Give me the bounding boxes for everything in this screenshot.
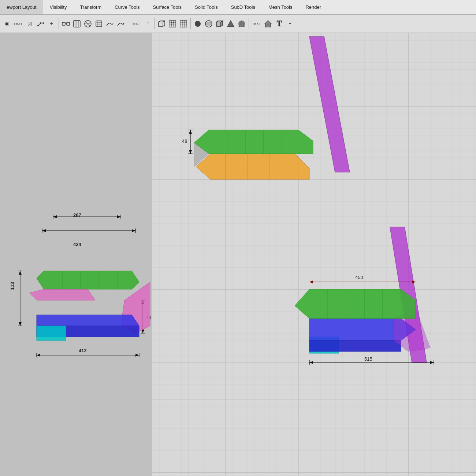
toolbar-text4[interactable]: TEXT: [251, 17, 262, 31]
toolbar-plus[interactable]: +: [47, 17, 57, 31]
dim-424: 424: [73, 242, 81, 247]
svg-marker-69: [37, 354, 40, 357]
toolbar-2[interactable]: [2]: [25, 17, 35, 31]
menubar: ewport Layout Visibility Transform Curve…: [0, 0, 476, 15]
svg-marker-119: [430, 361, 434, 364]
svg-point-28: [173, 22, 174, 23]
toolbar-sep-4: [190, 18, 191, 29]
svg-marker-89: [194, 130, 313, 154]
toolbar-small-plus[interactable]: ✦: [285, 17, 295, 31]
menu-transform[interactable]: Transform: [73, 0, 108, 14]
menu-viewport-layout[interactable]: ewport Layout: [0, 0, 43, 14]
svg-marker-85: [196, 154, 309, 179]
toolbar-crv3[interactable]: [116, 17, 126, 31]
left-shapes-svg: 73: [0, 33, 152, 476]
menu-curve-tools[interactable]: Curve Tools: [108, 0, 146, 14]
main-area: 287 424 113 412: [0, 33, 476, 476]
svg-rect-14: [96, 21, 102, 27]
toolbar-solid1[interactable]: [226, 17, 236, 31]
menu-render[interactable]: Render: [299, 0, 328, 14]
svg-text:48: 48: [182, 138, 187, 144]
toolbar-grid2[interactable]: [178, 17, 189, 31]
svg-rect-30: [180, 21, 187, 27]
dim-287: 287: [73, 212, 81, 218]
svg-rect-19: [159, 22, 163, 26]
right-panel: 48 450: [152, 33, 476, 476]
toolbar-curve1[interactable]: [36, 17, 46, 31]
svg-marker-98: [189, 130, 192, 134]
toolbar: ▣ TEXT [2] + TEXT ᵀ: [0, 15, 476, 33]
toolbar-join[interactable]: [61, 17, 71, 31]
svg-marker-41: [227, 21, 234, 27]
menu-visibility[interactable]: Visibility: [43, 0, 74, 14]
svg-marker-59: [19, 322, 22, 326]
shapes-overlay: 48 450: [152, 33, 476, 476]
svg-rect-3: [62, 22, 65, 25]
toolbar-viewport[interactable]: ▣: [1, 17, 12, 31]
svg-text:450: 450: [355, 275, 363, 280]
svg-point-35: [195, 21, 201, 27]
svg-marker-72: [37, 315, 139, 326]
svg-point-27: [171, 22, 172, 23]
svg-marker-104: [309, 341, 401, 352]
toolbar-hatch2[interactable]: [83, 17, 93, 31]
toolbar-bigT[interactable]: 𝐓: [274, 17, 284, 31]
svg-marker-70: [135, 354, 139, 357]
svg-point-29: [171, 24, 172, 25]
svg-point-1: [40, 22, 41, 24]
svg-marker-53: [42, 229, 46, 232]
svg-marker-106: [295, 289, 416, 319]
toolbar-crv2[interactable]: [105, 17, 115, 31]
toolbar-text[interactable]: TEXT: [12, 17, 24, 31]
svg-marker-54: [132, 229, 135, 232]
svg-marker-81: [29, 289, 95, 300]
toolbar-home[interactable]: [263, 17, 273, 31]
svg-marker-48: [53, 215, 57, 218]
toolbar-box1[interactable]: [156, 17, 167, 31]
svg-marker-112: [309, 280, 313, 283]
toolbar-hatch1[interactable]: [72, 17, 82, 31]
toolbar-sphere[interactable]: [193, 17, 203, 31]
menu-surface-tools[interactable]: Surface Tools: [146, 0, 189, 14]
toolbar-sep-2: [128, 18, 128, 29]
toolbar-text3[interactable]: ᵀ: [142, 17, 152, 31]
toolbar-grid1[interactable]: [167, 17, 178, 31]
toolbar-sep-5: [249, 18, 249, 29]
dim-113: 113: [10, 282, 15, 290]
toolbar-sep-1: [59, 18, 59, 29]
svg-marker-44: [265, 21, 271, 27]
svg-marker-84: [309, 37, 350, 172]
svg-marker-118: [309, 361, 313, 364]
svg-rect-4: [67, 22, 70, 25]
toolbar-sep-3: [154, 18, 155, 29]
svg-rect-74: [37, 326, 66, 341]
svg-point-2: [42, 22, 44, 24]
svg-marker-49: [117, 215, 121, 218]
svg-marker-58: [19, 271, 22, 275]
dim-412: 412: [79, 348, 87, 353]
toolbar-hatch3[interactable]: [94, 17, 104, 31]
menu-solid-tools[interactable]: Solid Tools: [188, 0, 224, 14]
toolbar-ring[interactable]: [204, 17, 214, 31]
menu-mesh-tools[interactable]: Mesh Tools: [262, 0, 299, 14]
svg-point-43: [238, 21, 245, 27]
svg-rect-22: [169, 21, 176, 27]
toolbar-box2[interactable]: [215, 17, 225, 31]
svg-point-36: [205, 22, 212, 25]
left-panel: 287 424 113 412: [0, 33, 152, 476]
svg-marker-99: [189, 150, 192, 154]
toolbar-text2[interactable]: TEXT: [130, 17, 141, 31]
menu-subd-tools[interactable]: SubD Tools: [224, 0, 262, 14]
svg-point-0: [37, 25, 39, 26]
toolbar-solid2[interactable]: [237, 17, 247, 31]
svg-rect-38: [216, 22, 221, 26]
svg-text:515: 515: [364, 356, 372, 362]
